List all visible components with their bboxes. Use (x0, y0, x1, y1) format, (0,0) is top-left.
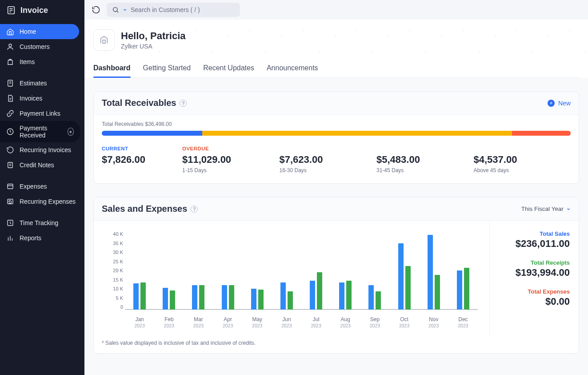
card-sales-expenses: Sales and Expenses ? This Fiscal Year 40… (93, 197, 579, 354)
summary-receipts-label: Total Receipts (499, 259, 570, 266)
bar-receipts[interactable] (346, 281, 352, 310)
plus-icon[interactable]: + (68, 128, 74, 136)
y-tick: 30 K (105, 250, 123, 255)
sidebar-item-label: Recurring Expenses (20, 198, 76, 205)
svg-rect-11 (8, 162, 13, 168)
chart-month-group (154, 231, 184, 310)
bar-sales[interactable] (310, 281, 315, 310)
bar-receipts[interactable] (376, 291, 381, 310)
chevron-down-icon[interactable] (123, 8, 127, 12)
sales-expenses-chart: 40 K35 K30 K25 K20 K15 K10 K5 K0 Jan2023… (105, 229, 481, 331)
bar-receipts[interactable] (258, 290, 264, 310)
main: Hello, Patricia Zylker USA Dashboard Get… (84, 0, 588, 375)
sidebar-item-credit-notes[interactable]: Credit Notes (0, 157, 84, 173)
reports-icon (6, 234, 14, 242)
bar-receipts[interactable] (435, 275, 440, 310)
stat-overdue-3: $5,483.00 31-45 Days (376, 146, 474, 173)
bar-sales[interactable] (398, 243, 404, 310)
sidebar-item-items[interactable]: Items (0, 54, 84, 69)
bar-receipts[interactable] (170, 290, 175, 310)
period-label: This Fiscal Year (521, 206, 564, 212)
svg-rect-14 (8, 184, 13, 189)
chart-bars (125, 231, 478, 310)
x-tick: Nov2023 (419, 316, 448, 328)
bar-sales[interactable] (251, 289, 256, 310)
progress-segment (512, 131, 571, 136)
x-tick: Sep2023 (360, 316, 389, 328)
invoice-icon (6, 94, 14, 102)
x-tick: Jul2023 (301, 316, 331, 328)
sidebar-item-label: Home (20, 28, 36, 35)
bar-receipts[interactable] (405, 266, 411, 310)
home-icon (6, 28, 14, 36)
hero: Hello, Patricia Zylker USA Dashboard Get… (84, 20, 588, 78)
refresh-button[interactable] (90, 4, 102, 16)
bar-sales[interactable] (368, 285, 374, 310)
nav-group-sales: Estimates Invoices Payment Links Payment… (0, 74, 84, 177)
chart-month-group (331, 231, 360, 310)
receivables-progress (102, 131, 571, 136)
sidebar: Invoice Home Customers Items Estima (0, 0, 84, 375)
bar-receipts[interactable] (229, 285, 234, 310)
sidebar-item-estimates[interactable]: Estimates (0, 76, 84, 91)
chart-month-group (360, 231, 389, 310)
x-tick: Oct2023 (389, 316, 419, 328)
chart-x-axis: Jan2023Feb2023Mar2023Apr2023May2023Jun20… (125, 316, 478, 328)
expenses-icon (6, 182, 14, 190)
chart-month-group (389, 231, 419, 310)
bar-sales[interactable] (428, 235, 433, 310)
sidebar-item-expenses[interactable]: Expenses (0, 179, 84, 194)
sidebar-item-payments-received[interactable]: Payments Received + (0, 121, 80, 142)
new-button[interactable]: + New (548, 100, 571, 107)
tab-announcements[interactable]: Announcements (267, 60, 318, 77)
stat-value: $11,029.00 (182, 154, 280, 165)
period-select[interactable]: This Fiscal Year (521, 206, 571, 212)
tab-recent-updates[interactable]: Recent Updates (203, 60, 254, 77)
card-header: Total Receivables ? + New (94, 92, 579, 115)
bar-sales[interactable] (222, 285, 227, 310)
sidebar-item-recurring-expenses[interactable]: Recurring Expenses (0, 194, 84, 209)
card-title: Total Receivables (102, 98, 176, 108)
svg-point-21 (113, 8, 117, 12)
sidebar-item-recurring-invoices[interactable]: Recurring Invoices (0, 142, 84, 157)
stat-value: $5,483.00 (376, 154, 474, 165)
summary-sales-value: $236,011.00 (499, 238, 570, 250)
sidebar-item-home[interactable]: Home (0, 24, 79, 39)
stat-range: Above 45 days (474, 167, 571, 173)
tab-getting-started[interactable]: Getting Started (143, 60, 191, 77)
sidebar-item-invoices[interactable]: Invoices (0, 91, 84, 106)
help-icon[interactable]: ? (191, 206, 198, 213)
x-tick: Apr2023 (213, 316, 242, 328)
bar-receipts[interactable] (288, 291, 293, 310)
x-tick: Aug2023 (331, 316, 360, 328)
sidebar-item-time-tracking[interactable]: Time Tracking (0, 215, 84, 230)
bar-sales[interactable] (192, 285, 197, 310)
estimate-icon (6, 79, 14, 87)
recurring-expense-icon (6, 198, 14, 206)
stat-label: OVERDUE (182, 146, 280, 151)
bar-receipts[interactable] (464, 268, 469, 310)
tab-dashboard[interactable]: Dashboard (93, 60, 131, 77)
card-header: Sales and Expenses ? This Fiscal Year (94, 198, 579, 221)
sidebar-item-label: Recurring Invoices (20, 146, 71, 153)
bar-sales[interactable] (133, 283, 139, 310)
bar-sales[interactable] (163, 288, 168, 310)
chart-month-group (243, 231, 272, 310)
new-label: New (558, 100, 571, 107)
sidebar-item-payment-links[interactable]: Payment Links (0, 106, 84, 121)
search-box[interactable] (107, 3, 240, 17)
bar-receipts[interactable] (199, 285, 204, 310)
x-tick: May2023 (243, 316, 272, 328)
bar-sales[interactable] (280, 282, 286, 310)
sidebar-item-customers[interactable]: Customers (0, 39, 84, 54)
help-icon[interactable]: ? (180, 100, 187, 107)
x-tick: Jan2023 (125, 316, 154, 328)
sidebar-item-label: Estimates (20, 80, 47, 87)
search-input[interactable] (131, 6, 235, 13)
sidebar-item-reports[interactable]: Reports (0, 230, 84, 246)
bar-sales[interactable] (457, 270, 462, 310)
bar-receipts[interactable] (317, 272, 322, 310)
bar-sales[interactable] (339, 282, 344, 310)
bar-receipts[interactable] (140, 282, 146, 310)
org-avatar[interactable] (93, 29, 115, 51)
